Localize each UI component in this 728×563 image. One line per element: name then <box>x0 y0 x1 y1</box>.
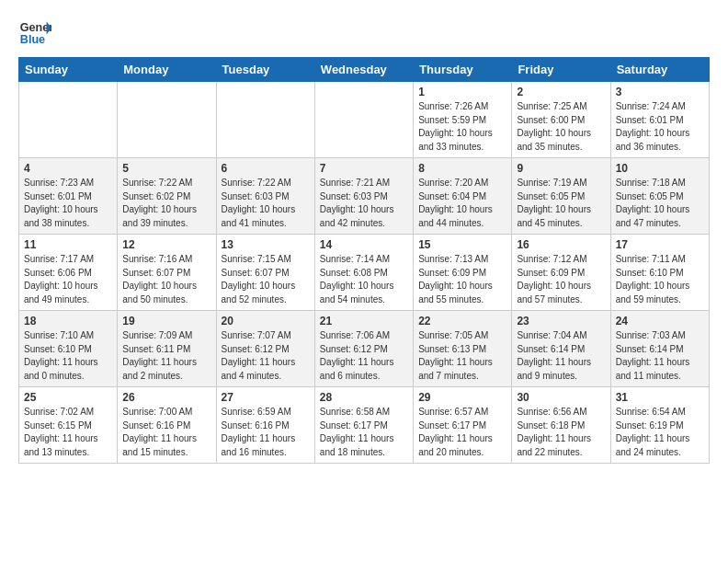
day-info: Sunrise: 7:02 AM Sunset: 6:15 PM Dayligh… <box>24 406 112 459</box>
day-info: Sunrise: 6:54 AM Sunset: 6:19 PM Dayligh… <box>616 406 704 459</box>
day-number: 11 <box>24 238 112 251</box>
day-info: Sunrise: 7:20 AM Sunset: 6:04 PM Dayligh… <box>418 177 506 230</box>
calendar-cell: 22Sunrise: 7:05 AM Sunset: 6:13 PM Dayli… <box>414 311 512 387</box>
calendar-week-4: 18Sunrise: 7:10 AM Sunset: 6:10 PM Dayli… <box>19 311 710 387</box>
day-number: 28 <box>320 391 408 404</box>
day-number: 23 <box>517 315 605 327</box>
day-header-thursday: Thursday <box>414 58 512 82</box>
day-number: 1 <box>418 86 506 98</box>
day-info: Sunrise: 7:17 AM Sunset: 6:06 PM Dayligh… <box>24 253 112 306</box>
day-info: Sunrise: 7:05 AM Sunset: 6:13 PM Dayligh… <box>418 329 506 383</box>
day-info: Sunrise: 7:09 AM Sunset: 6:11 PM Dayligh… <box>122 329 210 383</box>
calendar-cell: 18Sunrise: 7:10 AM Sunset: 6:10 PM Dayli… <box>19 311 118 387</box>
day-info: Sunrise: 7:00 AM Sunset: 6:16 PM Dayligh… <box>122 406 210 459</box>
day-number: 14 <box>320 238 408 251</box>
svg-text:Blue: Blue <box>20 33 45 46</box>
header: General Blue <box>18 15 710 48</box>
calendar-cell: 25Sunrise: 7:02 AM Sunset: 6:15 PM Dayli… <box>19 387 118 464</box>
day-number: 3 <box>616 86 704 98</box>
calendar-cell: 5Sunrise: 7:22 AM Sunset: 6:02 PM Daylig… <box>118 158 216 235</box>
day-info: Sunrise: 7:07 AM Sunset: 6:12 PM Dayligh… <box>222 329 310 383</box>
day-number: 31 <box>616 391 704 404</box>
day-number: 17 <box>616 238 704 251</box>
day-header-tuesday: Tuesday <box>216 58 314 82</box>
day-info: Sunrise: 7:26 AM Sunset: 5:59 PM Dayligh… <box>418 100 506 154</box>
day-header-friday: Friday <box>512 58 610 82</box>
day-number: 12 <box>122 238 210 251</box>
day-number: 8 <box>418 162 506 175</box>
day-info: Sunrise: 7:04 AM Sunset: 6:14 PM Dayligh… <box>517 329 605 383</box>
calendar-cell: 27Sunrise: 6:59 AM Sunset: 6:16 PM Dayli… <box>216 387 314 464</box>
calendar-week-5: 25Sunrise: 7:02 AM Sunset: 6:15 PM Dayli… <box>19 387 710 464</box>
day-info: Sunrise: 6:57 AM Sunset: 6:17 PM Dayligh… <box>418 406 506 459</box>
day-number: 29 <box>418 391 506 404</box>
day-info: Sunrise: 6:56 AM Sunset: 6:18 PM Dayligh… <box>517 406 605 459</box>
day-info: Sunrise: 7:13 AM Sunset: 6:09 PM Dayligh… <box>418 253 506 306</box>
calendar-cell: 3Sunrise: 7:24 AM Sunset: 6:01 PM Daylig… <box>610 82 709 158</box>
day-info: Sunrise: 7:15 AM Sunset: 6:07 PM Dayligh… <box>222 253 310 306</box>
calendar-header-row: SundayMondayTuesdayWednesdayThursdayFrid… <box>19 58 710 82</box>
day-number: 18 <box>24 315 112 327</box>
day-number: 10 <box>616 162 704 175</box>
calendar-cell: 29Sunrise: 6:57 AM Sunset: 6:17 PM Dayli… <box>414 387 512 464</box>
day-info: Sunrise: 7:24 AM Sunset: 6:01 PM Dayligh… <box>616 100 704 154</box>
day-info: Sunrise: 7:19 AM Sunset: 6:05 PM Dayligh… <box>517 177 605 230</box>
day-info: Sunrise: 7:12 AM Sunset: 6:09 PM Dayligh… <box>517 253 605 306</box>
day-info: Sunrise: 7:25 AM Sunset: 6:00 PM Dayligh… <box>517 100 605 154</box>
logo-icon: General Blue <box>18 15 51 48</box>
calendar-cell: 12Sunrise: 7:16 AM Sunset: 6:07 PM Dayli… <box>118 235 216 311</box>
calendar-cell: 4Sunrise: 7:23 AM Sunset: 6:01 PM Daylig… <box>19 158 118 235</box>
day-number: 21 <box>320 315 408 327</box>
calendar-cell: 16Sunrise: 7:12 AM Sunset: 6:09 PM Dayli… <box>512 235 610 311</box>
day-info: Sunrise: 7:10 AM Sunset: 6:10 PM Dayligh… <box>24 329 112 383</box>
calendar-cell: 11Sunrise: 7:17 AM Sunset: 6:06 PM Dayli… <box>19 235 118 311</box>
day-info: Sunrise: 7:14 AM Sunset: 6:08 PM Dayligh… <box>320 253 408 306</box>
page: General Blue SundayMondayTuesdayWednesda… <box>0 0 728 478</box>
calendar-cell <box>19 82 118 158</box>
day-info: Sunrise: 7:03 AM Sunset: 6:14 PM Dayligh… <box>616 329 704 383</box>
day-header-monday: Monday <box>118 58 216 82</box>
day-number: 25 <box>24 391 112 404</box>
day-header-sunday: Sunday <box>19 58 118 82</box>
calendar-cell: 17Sunrise: 7:11 AM Sunset: 6:10 PM Dayli… <box>610 235 709 311</box>
day-info: Sunrise: 7:06 AM Sunset: 6:12 PM Dayligh… <box>320 329 408 383</box>
day-info: Sunrise: 7:11 AM Sunset: 6:10 PM Dayligh… <box>616 253 704 306</box>
day-info: Sunrise: 7:18 AM Sunset: 6:05 PM Dayligh… <box>616 177 704 230</box>
day-info: Sunrise: 7:22 AM Sunset: 6:03 PM Dayligh… <box>222 177 310 230</box>
day-number: 20 <box>222 315 310 327</box>
calendar-cell: 8Sunrise: 7:20 AM Sunset: 6:04 PM Daylig… <box>414 158 512 235</box>
calendar-week-2: 4Sunrise: 7:23 AM Sunset: 6:01 PM Daylig… <box>19 158 710 235</box>
calendar-cell: 7Sunrise: 7:21 AM Sunset: 6:03 PM Daylig… <box>314 158 413 235</box>
day-number: 7 <box>320 162 408 175</box>
day-number: 30 <box>517 391 605 404</box>
calendar-week-1: 1Sunrise: 7:26 AM Sunset: 5:59 PM Daylig… <box>19 82 710 158</box>
day-info: Sunrise: 7:23 AM Sunset: 6:01 PM Dayligh… <box>24 177 112 230</box>
day-number: 22 <box>418 315 506 327</box>
day-number: 24 <box>616 315 704 327</box>
calendar-cell: 14Sunrise: 7:14 AM Sunset: 6:08 PM Dayli… <box>314 235 413 311</box>
day-info: Sunrise: 6:59 AM Sunset: 6:16 PM Dayligh… <box>222 406 310 459</box>
calendar-cell <box>118 82 216 158</box>
day-number: 15 <box>418 238 506 251</box>
day-info: Sunrise: 7:16 AM Sunset: 6:07 PM Dayligh… <box>122 253 210 306</box>
calendar-cell: 15Sunrise: 7:13 AM Sunset: 6:09 PM Dayli… <box>414 235 512 311</box>
day-number: 13 <box>222 238 310 251</box>
day-info: Sunrise: 7:22 AM Sunset: 6:02 PM Dayligh… <box>122 177 210 230</box>
calendar-cell: 6Sunrise: 7:22 AM Sunset: 6:03 PM Daylig… <box>216 158 314 235</box>
calendar-cell: 2Sunrise: 7:25 AM Sunset: 6:00 PM Daylig… <box>512 82 610 158</box>
day-number: 4 <box>24 162 112 175</box>
calendar-cell <box>216 82 314 158</box>
calendar-cell: 30Sunrise: 6:56 AM Sunset: 6:18 PM Dayli… <box>512 387 610 464</box>
calendar-cell: 23Sunrise: 7:04 AM Sunset: 6:14 PM Dayli… <box>512 311 610 387</box>
day-header-saturday: Saturday <box>610 58 709 82</box>
calendar-cell: 31Sunrise: 6:54 AM Sunset: 6:19 PM Dayli… <box>610 387 709 464</box>
day-number: 6 <box>222 162 310 175</box>
calendar-week-3: 11Sunrise: 7:17 AM Sunset: 6:06 PM Dayli… <box>19 235 710 311</box>
day-info: Sunrise: 7:21 AM Sunset: 6:03 PM Dayligh… <box>320 177 408 230</box>
calendar-cell: 13Sunrise: 7:15 AM Sunset: 6:07 PM Dayli… <box>216 235 314 311</box>
calendar-cell: 21Sunrise: 7:06 AM Sunset: 6:12 PM Dayli… <box>314 311 413 387</box>
day-number: 2 <box>517 86 605 98</box>
calendar-cell: 24Sunrise: 7:03 AM Sunset: 6:14 PM Dayli… <box>610 311 709 387</box>
calendar-cell: 20Sunrise: 7:07 AM Sunset: 6:12 PM Dayli… <box>216 311 314 387</box>
calendar-table: SundayMondayTuesdayWednesdayThursdayFrid… <box>18 57 710 464</box>
